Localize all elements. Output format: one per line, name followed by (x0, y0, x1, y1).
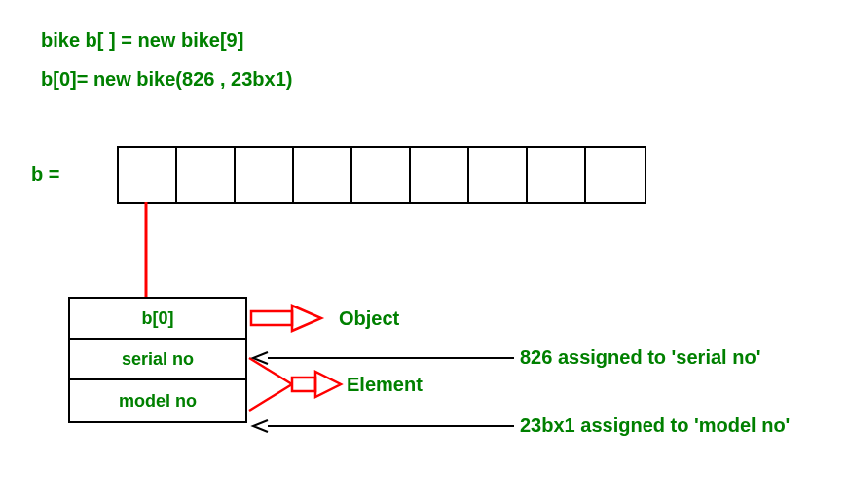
code-line-1: bike b[ ] = new bike[9] (41, 29, 243, 52)
svg-rect-2 (292, 378, 315, 391)
svg-marker-1 (292, 306, 321, 331)
array-cell (586, 148, 645, 202)
svg-marker-3 (315, 372, 341, 397)
serial-no-assignment-arrow (253, 352, 514, 364)
object-label: Object (339, 307, 399, 330)
array-cell (177, 148, 236, 202)
assignment-2-label: 23bx1 assigned to 'model no' (520, 414, 790, 437)
svg-rect-0 (251, 311, 292, 325)
array-cell (352, 148, 411, 202)
array-row (117, 146, 646, 204)
struct-field1-label: serial no (122, 349, 194, 370)
brace-top-line (249, 358, 292, 384)
assignment-1-label: 826 assigned to 'serial no' (520, 346, 760, 369)
object-struct-table: b[0] serial no model no (68, 297, 247, 423)
object-arrow-icon (251, 306, 321, 331)
struct-header-label: b[0] (142, 308, 174, 329)
brace-bottom-line (249, 384, 292, 411)
array-variable-label: b = (31, 163, 59, 186)
array-cell (411, 148, 469, 202)
array-cell (294, 148, 352, 202)
array-cell (119, 148, 177, 202)
array-cell (236, 148, 294, 202)
element-arrow-icon (292, 372, 341, 397)
element-label: Element (347, 374, 423, 396)
model-no-assignment-arrow (253, 420, 514, 432)
struct-header-row: b[0] (70, 299, 245, 340)
struct-field-row: serial no (70, 340, 245, 380)
code-line-2: b[0]= new bike(826 , 23bx1) (41, 68, 292, 90)
array-cell (528, 148, 586, 202)
struct-field-row: model no (70, 380, 245, 421)
array-cell (469, 148, 528, 202)
struct-field2-label: model no (119, 391, 197, 412)
